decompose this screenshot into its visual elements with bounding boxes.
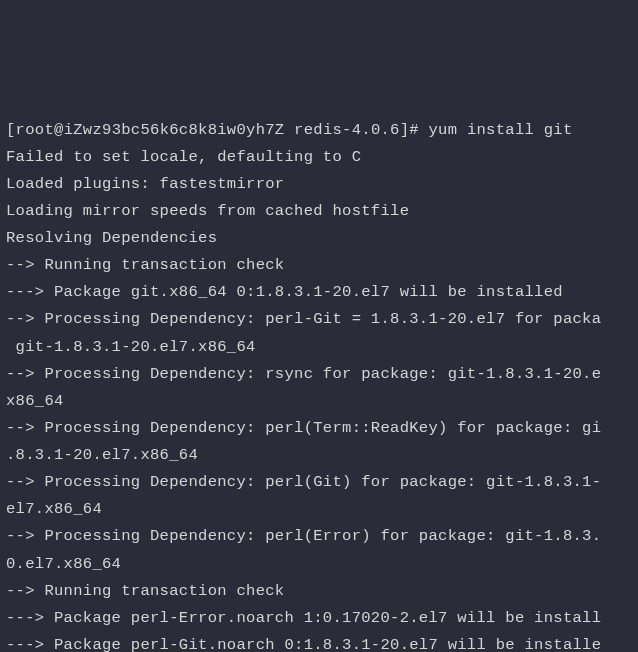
output-line: Resolving Dependencies [6, 225, 632, 252]
command-text: yum install git [429, 121, 573, 139]
output-line: el7.x86_64 [6, 496, 632, 523]
prompt-at: @ [54, 121, 64, 139]
output-line: git-1.8.3.1-20.el7.x86_64 [6, 334, 632, 361]
output-line: .8.3.1-20.el7.x86_64 [6, 442, 632, 469]
output-line: --> Processing Dependency: perl-Git = 1.… [6, 306, 632, 333]
output-line: --> Processing Dependency: perl(Term::Re… [6, 415, 632, 442]
output-line: --> Running transaction check [6, 252, 632, 279]
terminal-output: [root@iZwz93bc56k6c8k8iw0yh7Z redis-4.0.… [6, 117, 632, 653]
output-line: Loaded plugins: fastestmirror [6, 171, 632, 198]
output-line: Failed to set locale, defaulting to C [6, 144, 632, 171]
prompt-open-bracket: [ [6, 121, 16, 139]
prompt-host: iZwz93bc56k6c8k8iw0yh7Z [64, 121, 285, 139]
output-line: ---> Package perl-Error.noarch 1:0.17020… [6, 605, 632, 632]
prompt-line: [root@iZwz93bc56k6c8k8iw0yh7Z redis-4.0.… [6, 117, 632, 144]
output-line: 0.el7.x86_64 [6, 551, 632, 578]
output-line: --> Processing Dependency: perl(Git) for… [6, 469, 632, 496]
prompt-close-bracket: ]# [400, 121, 419, 139]
output-line: Loading mirror speeds from cached hostfi… [6, 198, 632, 225]
output-line: --> Processing Dependency: rsync for pac… [6, 361, 632, 388]
output-line: ---> Package git.x86_64 0:1.8.3.1-20.el7… [6, 279, 632, 306]
prompt-user: root [16, 121, 54, 139]
output-line: x86_64 [6, 388, 632, 415]
output-line: --> Processing Dependency: perl(Error) f… [6, 523, 632, 550]
output-line: --> Running transaction check [6, 578, 632, 605]
prompt-dir: redis-4.0.6 [294, 121, 400, 139]
output-line: ---> Package perl-Git.noarch 0:1.8.3.1-2… [6, 632, 632, 652]
